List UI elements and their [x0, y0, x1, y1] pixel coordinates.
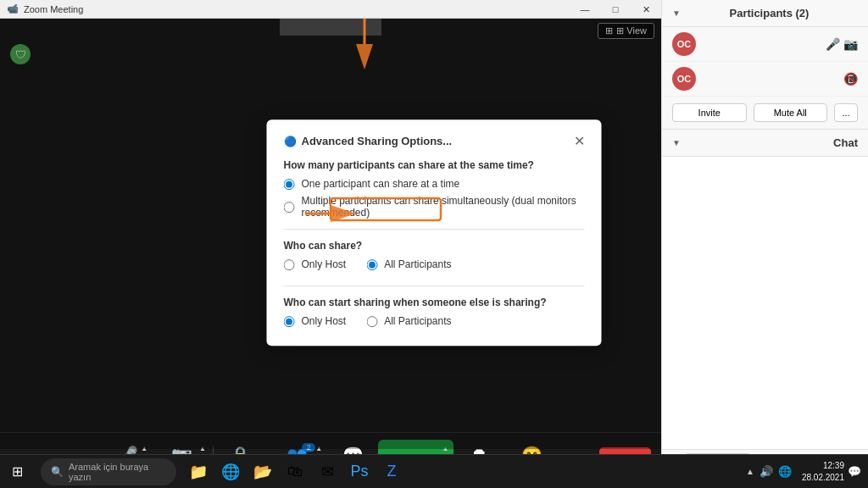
- dialog-title-bar: 🔵 Advanced Sharing Options... ✕: [284, 133, 585, 149]
- system-tray-icons: ▲ 🔊 🌐: [739, 465, 798, 478]
- minimize-button[interactable]: —: [570, 0, 600, 19]
- speaker-icon[interactable]: 🔊: [760, 465, 773, 478]
- title-bar-text: Zoom Meeting: [24, 4, 83, 14]
- more-options-button[interactable]: ...: [834, 103, 858, 122]
- explorer-icon: 📁: [189, 463, 208, 481]
- zoom-taskbar-icon: Z: [387, 463, 397, 480]
- taskbar-search-icon: 🔍: [51, 466, 64, 478]
- participants-panel-title: Participants (2): [729, 7, 809, 19]
- radio-start-only-host-input[interactable]: [284, 316, 295, 327]
- chat-panel-title: Chat: [833, 136, 858, 149]
- avatar-2: OC: [672, 67, 696, 91]
- files-icon: 📂: [253, 463, 272, 481]
- mute-all-button[interactable]: Mute All: [754, 103, 828, 122]
- chat-chevron: ▼: [672, 138, 681, 147]
- section3-title: Who can start sharing when someone else …: [284, 297, 585, 308]
- radio-all-participants-input[interactable]: [366, 259, 377, 270]
- advanced-sharing-dialog: 🔵 Advanced Sharing Options... ✕ How many…: [267, 119, 602, 346]
- radio-one-participant-input[interactable]: [284, 179, 295, 190]
- taskbar-time: 12:39 28.02.2021: [802, 460, 844, 484]
- mail-icon: ✉: [321, 463, 334, 481]
- video-status-1: 📷: [843, 37, 858, 51]
- participant-icons-2: 📵: [843, 72, 858, 86]
- window-controls: — □ ✕: [570, 0, 661, 19]
- taskbar: ⊞ 🔍 Aramak için buraya yazın 📁 🌐 📂 🛍 ✉ P…: [0, 454, 868, 488]
- participant-item-2: OC 📵: [662, 62, 868, 97]
- section1-title: How many participants can share at the s…: [284, 159, 585, 171]
- start-button[interactable]: ⊞: [0, 455, 34, 489]
- no-video-icon: 📵: [843, 72, 858, 86]
- taskbar-app-files[interactable]: 📂: [248, 457, 278, 487]
- radio-start-only-host[interactable]: Only Host: [284, 315, 347, 327]
- taskbar-app-mail[interactable]: ✉: [312, 457, 342, 487]
- zoom-icon: 📹: [7, 3, 19, 14]
- radio-start-all-participants[interactable]: All Participants: [366, 315, 451, 327]
- who-can-share-options: Only Host All Participants: [284, 258, 585, 275]
- taskbar-right: ▲ 🔊 🌐 12:39 28.02.2021 💬: [739, 460, 868, 484]
- maximize-button[interactable]: □: [600, 0, 631, 19]
- dialog-close-button[interactable]: ✕: [574, 133, 585, 149]
- windows-icon: ⊞: [12, 463, 23, 480]
- network-icon[interactable]: 🌐: [778, 465, 792, 478]
- invite-button[interactable]: Invite: [672, 103, 747, 122]
- divider-2: [284, 286, 585, 286]
- ps-icon: Ps: [350, 463, 368, 480]
- radio-multiple-participants-input[interactable]: [284, 202, 295, 213]
- radio-start-all-participants-input[interactable]: [366, 316, 377, 327]
- participants-chevron: ▼: [672, 8, 681, 18]
- who-can-start-sharing-options: Only Host All Participants: [284, 315, 585, 332]
- radio-only-host-input[interactable]: [284, 259, 295, 270]
- zoom-dialog-icon: 🔵: [284, 136, 297, 147]
- chat-panel-header[interactable]: ▼ Chat: [662, 130, 868, 157]
- close-button[interactable]: ✕: [631, 0, 661, 19]
- taskbar-search-text: Aramak için buraya yazın: [69, 462, 166, 482]
- tray-arrow[interactable]: ▲: [746, 467, 754, 476]
- avatar-1: OC: [672, 32, 696, 56]
- participant-action-buttons: Invite Mute All ...: [662, 97, 868, 130]
- radio-one-participant[interactable]: One participant can share at a time: [284, 178, 585, 190]
- radio-multiple-participants[interactable]: Multiple participants can share simultan…: [284, 195, 585, 219]
- taskbar-app-edge[interactable]: 🌐: [215, 457, 246, 487]
- dialog-title: 🔵 Advanced Sharing Options...: [284, 135, 453, 147]
- taskbar-apps: 📁 🌐 📂 🛍 ✉ Ps Z: [183, 457, 407, 487]
- taskbar-search[interactable]: 🔍 Aramak için buraya yazın: [41, 458, 176, 485]
- participant-icons-1: 🎤 📷: [826, 37, 858, 51]
- mic-status-1: 🎤: [826, 37, 840, 51]
- time-display: 12:39: [802, 460, 844, 472]
- radio-all-participants[interactable]: All Participants: [366, 258, 451, 270]
- notification-icon[interactable]: 💬: [848, 465, 861, 478]
- taskbar-app-zoom[interactable]: Z: [376, 457, 407, 487]
- right-panel: ▼ Participants (2) OC 🎤 📷 OC 📵 Invite Mu…: [661, 0, 868, 449]
- radio-only-host[interactable]: Only Host: [284, 258, 347, 270]
- divider-1: [284, 229, 585, 230]
- date-display: 28.02.2021: [802, 472, 844, 484]
- participants-panel-header[interactable]: ▼ Participants (2): [662, 0, 868, 27]
- chat-area: [662, 157, 868, 449]
- edge-icon: 🌐: [221, 463, 240, 481]
- taskbar-app-store[interactable]: 🛍: [280, 457, 310, 487]
- title-bar: 📹 Zoom Meeting — □ ✕: [0, 0, 661, 19]
- taskbar-app-explorer[interactable]: 📁: [183, 457, 214, 487]
- store-icon: 🛍: [287, 463, 303, 480]
- section2-title: Who can share?: [284, 240, 585, 252]
- avatar-initials-1: OC: [677, 39, 692, 49]
- taskbar-app-ps[interactable]: Ps: [344, 457, 375, 487]
- participant-item-1: OC 🎤 📷: [662, 27, 868, 62]
- avatar-initials-2: OC: [677, 74, 692, 84]
